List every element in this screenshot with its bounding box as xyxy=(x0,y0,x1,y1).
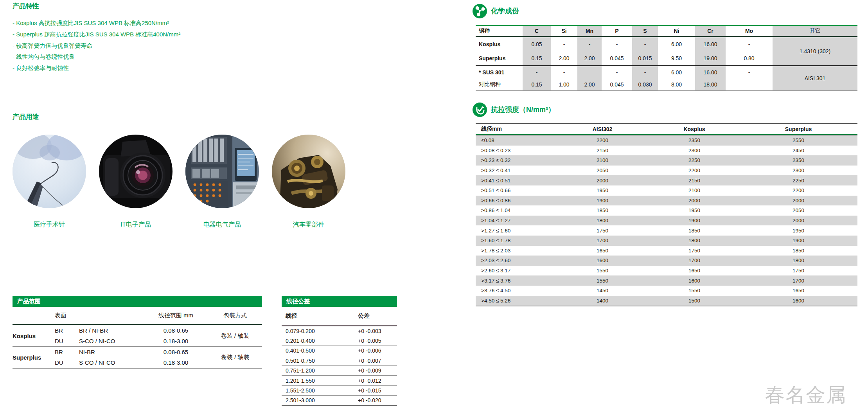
element-header-s: S xyxy=(632,25,658,36)
superplus-value: 1600 xyxy=(739,296,857,306)
kosplus-value: 2250 xyxy=(649,155,739,166)
divider xyxy=(476,306,857,306)
packing-value: 卷装 / 轴装 xyxy=(208,325,262,346)
tolerance-value: +0 -0.015 xyxy=(354,385,397,395)
table-row: >0.32 ≤ 0.41205022002300 xyxy=(476,166,857,176)
diameter-value: 0.401-0.500 xyxy=(282,346,354,356)
chemistry-table: 钢种 C Si Mn P S Ni Cr Mo 其它 Kosplus 0.05 … xyxy=(476,25,857,91)
value-s: 0.015 xyxy=(632,51,658,65)
value-si: - xyxy=(551,66,577,78)
kosplus-value: 1950 xyxy=(649,205,739,216)
kosplus-value: 2150 xyxy=(649,175,739,185)
element-header-si: Si xyxy=(551,25,577,36)
kosplus-value: 1550 xyxy=(649,286,739,296)
coating: S-CO / NI-CO xyxy=(79,336,144,346)
value-c: 0.15 xyxy=(523,51,551,65)
surface-code: BR xyxy=(55,347,79,357)
coating: BR / NI-BR xyxy=(79,325,144,336)
kosplus-value: 1600 xyxy=(649,275,739,286)
tolerance-title: 线径公差 xyxy=(286,298,310,305)
other-header: 其它 xyxy=(773,25,857,36)
use-label: 医疗手术针 xyxy=(13,221,86,229)
chemistry-heading: 化学成份 xyxy=(473,3,857,19)
kosplus-value: 1800 xyxy=(649,236,739,246)
element-header-ni: Ni xyxy=(658,25,695,36)
aisi302-value: 1700 xyxy=(555,236,649,246)
engine-illustration xyxy=(272,135,345,208)
table-row: >0.08 ≤ 0.23215023002450 xyxy=(476,146,857,156)
value-ni: 6.00 xyxy=(658,37,695,51)
kosplus-value: 2350 xyxy=(649,135,739,146)
tolerance-table: 线径 公差 0.079-0.200+0 -0.003 0.201-0.400+0… xyxy=(282,307,397,406)
diameter-range: >0.23 ≤ 0.32 xyxy=(476,155,555,166)
grade-name: Superplus xyxy=(476,51,523,65)
aisi302-value: 2100 xyxy=(555,155,649,166)
use-item-it-electronics: IT电子产品 xyxy=(99,135,173,229)
features-list: - Kosplus 高抗拉强度比JIS SUS 304 WPB 标准高250N/… xyxy=(13,18,318,74)
superplus-value: 2450 xyxy=(739,146,857,156)
superplus-value: 1800 xyxy=(739,256,857,266)
aisi302-value: 1950 xyxy=(555,185,649,196)
engine-parts-photo xyxy=(272,135,345,208)
diameter-range: ≤0.08 xyxy=(476,135,555,146)
camera-illustration xyxy=(99,135,173,208)
superplus-value: 2550 xyxy=(739,135,857,146)
diameter-value: 0.201-0.400 xyxy=(282,336,354,346)
table-row: Kosplus BR BR / NI-BR 0.08-0.65 卷装 / 轴装 xyxy=(13,325,262,336)
diameter-tolerance-section: 线径公差 线径 公差 0.079-0.200+0 -0.003 0.201-0.… xyxy=(282,296,397,406)
datasheet-page: { "page": { "watermark": "春名金属" }, "colo… xyxy=(0,0,868,414)
surface-code: DU xyxy=(55,336,79,346)
diameter-range: >2.03 ≤ 2.60 xyxy=(476,256,555,266)
tensile-arrow-icon xyxy=(473,103,487,117)
table-row: >0.51 ≤ 0.66195021002200 xyxy=(476,185,857,196)
coating: NI-BR xyxy=(79,347,144,357)
packing-value: 卷装 / 轴装 xyxy=(208,347,262,368)
value-mo: - xyxy=(726,37,773,51)
product-range-table: 表面 线径范围 mm 包装方式 Kosplus BR BR / NI-BR 0.… xyxy=(13,307,262,369)
camera-photo xyxy=(99,135,173,208)
table-row: >3.17 ≤ 3.76155016001700 xyxy=(476,275,857,286)
aisi302-value: 1650 xyxy=(555,246,649,256)
aisi302-value: 1850 xyxy=(555,205,649,216)
value-ni: 8.00 xyxy=(658,78,695,90)
value-cr: 16.00 xyxy=(695,66,726,78)
strength-heading: 抗拉强度（N/mm²） xyxy=(473,102,857,117)
aisi302-value: 1900 xyxy=(555,196,649,206)
features-title: 产品特性 xyxy=(13,2,318,11)
diameter-header: 线径 xyxy=(282,307,354,325)
tolerance-header-bar: 线径公差 xyxy=(282,296,397,307)
table-row: >2.60 ≤ 3.17155016501750 xyxy=(476,266,857,276)
aisi302-value: 2150 xyxy=(555,146,649,156)
table-row: >4.50 ≤ 5.26140015001600 xyxy=(476,296,857,306)
product-range-header-row: 表面 线径范围 mm 包装方式 xyxy=(13,307,262,324)
tolerance-value: +0 -0.005 xyxy=(354,336,397,346)
grade-name: * SUS 301 xyxy=(476,66,523,78)
diameter-range: >3.17 ≤ 3.76 xyxy=(476,275,555,286)
diameter-value: 0.501-0.750 xyxy=(282,356,354,365)
diameter-range-header: 线径范围 mm xyxy=(144,307,208,324)
table-row: 0.751-1.200+0 -0.009 xyxy=(282,366,397,376)
diameter-value: 0.751-1.200 xyxy=(282,366,354,376)
surface-code: BR xyxy=(55,325,79,336)
value-p: 0.045 xyxy=(602,51,632,65)
tolerance-value: +0 -0.012 xyxy=(354,376,397,385)
divider xyxy=(476,90,857,91)
diameter-range: >0.32 ≤ 0.41 xyxy=(476,166,555,176)
value-c: 0.05 xyxy=(523,37,551,51)
superplus-value: 1750 xyxy=(739,266,857,276)
product-range-section: 产品范围 表面 线径范围 mm 包装方式 Kosplus BR BR / NI-… xyxy=(13,296,262,369)
feature-item: - 线性均匀与卷绕性优良 xyxy=(13,51,318,63)
feature-item: - 较高弹簧力值与优良弹簧寿命 xyxy=(13,40,318,52)
superplus-header: Superplus xyxy=(739,123,857,134)
aisi302-value: 1750 xyxy=(555,225,649,236)
table-row: >0.66 ≤ 0.86190020002000 xyxy=(476,196,857,206)
grade-name: Kosplus xyxy=(476,37,523,51)
diameter-range: 0.08-0.65 xyxy=(144,347,208,357)
kosplus-value: 1700 xyxy=(649,256,739,266)
aisi302-value: 1550 xyxy=(555,275,649,286)
value-cr: 19.00 xyxy=(695,51,726,65)
superplus-value: 2050 xyxy=(739,205,857,216)
element-header-mo: Mo xyxy=(726,25,773,36)
value-s: 0.030 xyxy=(632,78,658,90)
table-row: >1.60 ≤ 1.78170018001900 xyxy=(476,236,857,246)
